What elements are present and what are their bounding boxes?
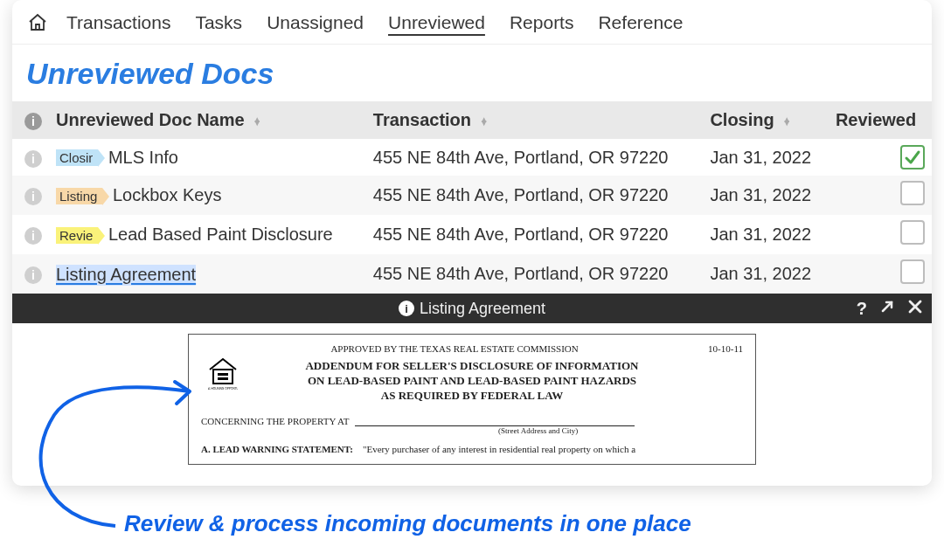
callout-text: Review & process incoming documents in o…: [124, 510, 691, 537]
preview-heading: ON LEAD-BASED PAINT AND LEAD-BASED PAINT…: [201, 374, 743, 389]
status-tag: Listing: [56, 188, 102, 204]
document-preview[interactable]: APPROVED BY THE TEXAS REAL ESTATE COMMIS…: [188, 334, 756, 465]
doc-name[interactable]: Lead Based Paint Disclosure: [108, 225, 333, 245]
nav-item-reference[interactable]: Reference: [591, 9, 690, 37]
svg-rect-2: [218, 377, 228, 380]
table-row[interactable]: iRevie Lead Based Paint Disclosure455 NE…: [12, 215, 932, 254]
closing-cell: Jan 31, 2022: [703, 215, 829, 254]
table-row[interactable]: iClosir MLS Info455 NE 84th Ave, Portlan…: [12, 139, 932, 176]
info-icon[interactable]: i: [399, 301, 414, 316]
info-icon: i: [24, 113, 42, 130]
svg-text:EQUAL HOUSING OPPORTUNITY: EQUAL HOUSING OPPORTUNITY: [208, 387, 238, 391]
preview-warning-label: A. LEAD WARNING STATEMENT:: [201, 444, 353, 454]
table-row[interactable]: iListing Agreement455 NE 84th Ave, Portl…: [12, 254, 932, 294]
svg-rect-0: [213, 370, 233, 384]
info-icon[interactable]: i: [24, 227, 42, 245]
status-tag: Closir: [56, 149, 98, 166]
preview-heading: ADDENDUM FOR SELLER'S DISCLOSURE OF INFO…: [201, 359, 743, 374]
closing-cell: Jan 31, 2022: [703, 139, 829, 176]
info-icon[interactable]: i: [24, 266, 42, 284]
sort-icon: ▲▼: [253, 118, 261, 125]
closing-cell: Jan 31, 2022: [703, 176, 829, 215]
nav-item-tasks[interactable]: Tasks: [188, 9, 249, 37]
closing-cell: Jan 31, 2022: [703, 254, 829, 294]
nav-item-transactions[interactable]: Transactions: [59, 9, 177, 37]
app-card: TransactionsTasksUnassignedUnreviewedRep…: [12, 0, 932, 486]
reviewed-checkbox[interactable]: [900, 181, 925, 205]
col-header-reviewed: Reviewed: [829, 101, 932, 139]
sort-icon: ▲▼: [480, 118, 489, 125]
reviewed-checkbox[interactable]: [900, 259, 925, 284]
reviewed-checkbox[interactable]: [900, 145, 925, 169]
sort-icon: ▲▼: [782, 118, 791, 125]
info-icon[interactable]: i: [24, 150, 42, 168]
preview-date-code: 10-10-11: [708, 343, 743, 354]
doc-name[interactable]: Listing Agreement: [56, 265, 196, 286]
transaction-cell: 455 NE 84th Ave, Portland, OR 97220: [366, 215, 704, 254]
status-tag: Revie: [56, 227, 98, 244]
preview-approved: APPROVED BY THE TEXAS REAL ESTATE COMMIS…: [330, 343, 578, 354]
svg-rect-1: [218, 373, 228, 376]
reviewed-checkbox[interactable]: [900, 220, 925, 245]
home-icon[interactable]: [26, 11, 49, 34]
docs-table: i Unreviewed Doc Name ▲▼ Transaction ▲▼ …: [12, 101, 932, 294]
preview-concerning: CONCERNING THE PROPERTY AT: [201, 416, 349, 426]
preview-title: Listing Agreement: [420, 300, 545, 318]
col-header-name[interactable]: Unreviewed Doc Name ▲▼: [49, 101, 366, 139]
preview-heading: AS REQUIRED BY FEDERAL LAW: [201, 389, 743, 404]
doc-name[interactable]: MLS Info: [108, 148, 178, 167]
col-header-transaction[interactable]: Transaction ▲▼: [366, 101, 704, 139]
preview-bar: i Listing Agreement ?: [12, 294, 932, 323]
transaction-cell: 455 NE 84th Ave, Portland, OR 97220: [366, 176, 704, 215]
navbar: TransactionsTasksUnassignedUnreviewedRep…: [12, 0, 932, 45]
transaction-cell: 455 NE 84th Ave, Portland, OR 97220: [366, 139, 704, 176]
preview-street-hint: (Street Address and City): [498, 426, 743, 435]
page-title: Unreviewed Docs: [12, 45, 932, 101]
table-row[interactable]: iListing Lockbox Keys455 NE 84th Ave, Po…: [12, 176, 932, 215]
preview-warning-text: "Every purchaser of any interest in resi…: [363, 444, 635, 454]
nav-item-unreviewed[interactable]: Unreviewed: [381, 9, 492, 37]
nav-item-reports[interactable]: Reports: [503, 9, 581, 37]
equal-housing-icon: EQUAL HOUSING OPPORTUNITY: [208, 357, 238, 394]
nav-item-unassigned[interactable]: Unassigned: [260, 9, 371, 37]
transaction-cell: 455 NE 84th Ave, Portland, OR 97220: [366, 254, 704, 294]
info-icon[interactable]: i: [24, 188, 42, 205]
doc-name[interactable]: Lockbox Keys: [113, 186, 222, 205]
col-header-closing[interactable]: Closing ▲▼: [703, 101, 829, 139]
